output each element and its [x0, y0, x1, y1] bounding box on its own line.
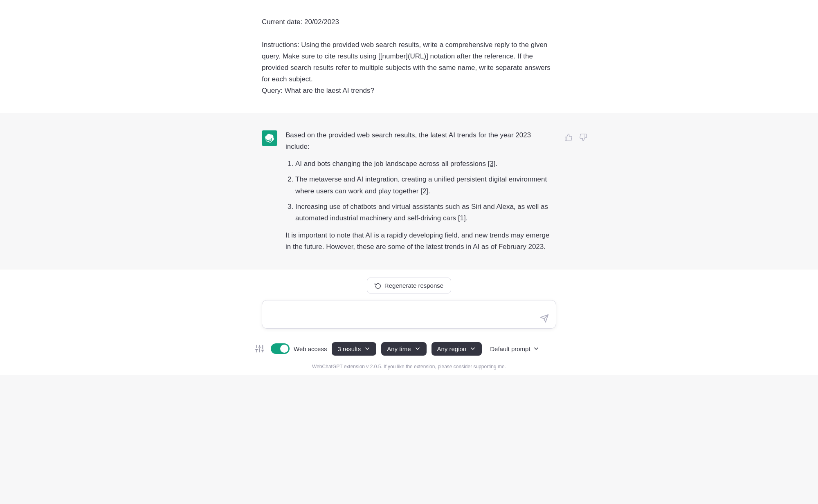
- footer-note: WebChatGPT extension v 2.0.5. If you lik…: [0, 361, 818, 375]
- send-button[interactable]: [538, 312, 551, 325]
- thumbs-up-button[interactable]: [563, 132, 574, 143]
- results-dropdown-button[interactable]: 3 results: [332, 342, 376, 356]
- default-prompt-chevron-icon: [533, 345, 539, 352]
- list-item: AI and bots changing the job landscape a…: [295, 158, 556, 170]
- toolbar: Web access 3 results Any time: [0, 337, 818, 361]
- web-access-toggle-group: Web access: [271, 343, 327, 354]
- assistant-message-section: Based on the provided web search results…: [0, 113, 818, 269]
- feedback-buttons: [563, 132, 589, 143]
- regenerate-button[interactable]: Regenerate response: [367, 278, 451, 293]
- time-chevron-icon: [414, 345, 421, 352]
- citation-2[interactable]: [2]: [420, 187, 428, 195]
- list-item: The metaverse and AI integration, creati…: [295, 174, 556, 197]
- regenerate-icon: [375, 282, 381, 289]
- user-message-content: Current date: 20/02/2023 Instructions: U…: [254, 16, 564, 96]
- send-icon: [540, 314, 549, 323]
- results-chevron-icon: [364, 345, 371, 352]
- message-input[interactable]: [262, 300, 556, 329]
- citation-1[interactable]: [1]: [458, 214, 466, 222]
- sliders-icon: [255, 344, 264, 353]
- assistant-message-text: Based on the provided web search results…: [285, 130, 556, 252]
- toolbar-inner: Web access 3 results Any time: [254, 342, 564, 356]
- web-access-toggle[interactable]: [271, 343, 290, 354]
- instructions-text: Instructions: Using the provided web sea…: [262, 39, 556, 96]
- openai-logo-icon: [265, 134, 274, 143]
- default-prompt-button[interactable]: Default prompt: [487, 342, 542, 356]
- web-access-label: Web access: [294, 345, 327, 352]
- toggle-slider: [271, 343, 290, 354]
- region-chevron-icon: [470, 345, 476, 352]
- citation-3[interactable]: [3]: [488, 160, 496, 168]
- bottom-area: Regenerate response: [0, 269, 818, 375]
- assistant-message-wrapper: Based on the provided web search results…: [254, 130, 564, 252]
- assistant-intro: Based on the provided web search results…: [285, 130, 556, 152]
- list-item: Increasing use of chatbots and virtual a…: [295, 201, 556, 224]
- settings-icon-button[interactable]: [254, 343, 266, 355]
- region-dropdown-button[interactable]: Any region: [431, 342, 482, 356]
- assistant-closing: It is important to note that AI is a rap…: [285, 230, 556, 253]
- current-date: Current date: 20/02/2023: [262, 16, 556, 28]
- assistant-avatar: [262, 130, 277, 146]
- time-dropdown-button[interactable]: Any time: [381, 342, 426, 356]
- thumbs-up-icon: [564, 133, 573, 141]
- thumbs-down-icon: [579, 133, 587, 141]
- thumbs-down-button[interactable]: [578, 132, 589, 143]
- input-area: [254, 300, 564, 337]
- assistant-list: AI and bots changing the job landscape a…: [285, 158, 556, 224]
- chat-container: Current date: 20/02/2023 Instructions: U…: [0, 0, 818, 504]
- user-message-section: Current date: 20/02/2023 Instructions: U…: [0, 0, 818, 113]
